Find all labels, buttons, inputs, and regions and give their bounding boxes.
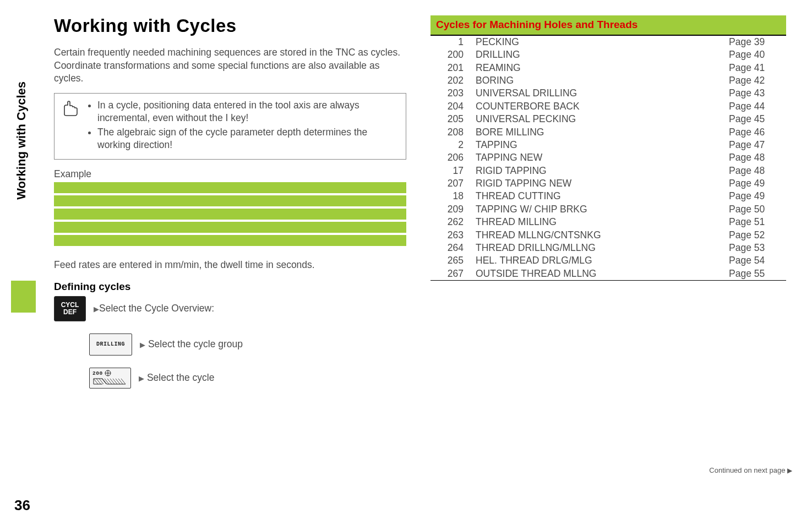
step-text: ▶ Select the cycle [139, 372, 214, 384]
cycle-number: 1 [430, 36, 473, 48]
cycle-name: TAPPING NEW [473, 151, 727, 164]
svg-line-13 [121, 379, 126, 384]
cycle-200-softkey[interactable]: 200 [89, 368, 131, 389]
cycle-name: UNIVERSAL DRILLING [473, 87, 727, 100]
cycle-name: RIGID TAPPING NEW [473, 177, 727, 190]
cycle-name: DRILLING [473, 48, 727, 61]
cycle-row: 200DRILLINGPage 40 [430, 48, 786, 61]
code-row [54, 222, 406, 233]
cycle-page: Page 55 [727, 267, 786, 281]
example-code-block [54, 182, 406, 246]
cycle-name: RIGID TAPPING [473, 165, 727, 177]
cycle-row: 1PECKINGPage 39 [430, 36, 786, 48]
cycle-row: 265HEL. THREAD DRLG/MLGPage 54 [430, 254, 786, 267]
hand-icon [60, 99, 80, 119]
cycle-row: 208BORE MILLINGPage 46 [430, 125, 786, 138]
cycle-row: 209TAPPING W/ CHIP BRKGPage 50 [430, 203, 786, 216]
cycle-row: 207RIGID TAPPING NEWPage 49 [430, 177, 786, 190]
side-tab-label: Working with Cycles [14, 81, 29, 200]
cycle-number: 267 [430, 267, 473, 281]
step-row-group: DRILLING ▶ Select the cycle group [89, 333, 406, 356]
cycle-row: 203UNIVERSAL DRILLINGPage 43 [430, 87, 786, 100]
triangle-icon: ▶ [140, 341, 145, 349]
cycle-row: 263THREAD MLLNG/CNTSNKGPage 52 [430, 228, 786, 241]
note-bullets: In a cycle, positioning data entered in … [88, 99, 399, 154]
cycle-row: 201REAMINGPage 41 [430, 62, 786, 74]
step-overview-label: Select the Cycle Overview: [99, 303, 214, 314]
cycle-number: 264 [430, 242, 473, 254]
svg-line-9 [110, 379, 115, 384]
step-row-overview: CYCL DEF ▶Select the Cycle Overview: [54, 296, 406, 321]
cycle-page: Page 49 [727, 190, 786, 203]
code-row [54, 209, 406, 220]
cycle-number: 206 [430, 151, 473, 164]
page-title: Working with Cycles [54, 15, 406, 36]
step-text: ▶ Select the cycle group [140, 338, 243, 350]
triangle-icon: ▶ [139, 374, 144, 382]
cycle-page: Page 46 [727, 125, 786, 138]
cycle-row: 262THREAD MILLINGPage 51 [430, 216, 786, 228]
cycle-row: 17RIGID TAPPINGPage 48 [430, 165, 786, 177]
cycle-page: Page 45 [727, 113, 786, 125]
intro-text: Certain frequently needed machining sequ… [54, 46, 406, 85]
active-section-marker [11, 281, 36, 313]
cycle-page: Page 39 [727, 36, 786, 48]
cycle-row: 205UNIVERSAL PECKINGPage 45 [430, 113, 786, 125]
triangle-icon: ▶ [94, 305, 99, 313]
cycle-number: 205 [430, 113, 473, 125]
step-group-label: Select the cycle group [148, 338, 243, 349]
section-banner: Cycles for Machining Holes and Threads [430, 15, 786, 36]
svg-line-3 [94, 379, 98, 384]
cycle-number: 2 [430, 139, 473, 151]
cycle-page: Page 43 [727, 87, 786, 100]
example-label: Example [54, 168, 406, 180]
cycle-name: TAPPING W/ CHIP BRKG [473, 203, 727, 216]
cycle-name: PECKING [473, 36, 727, 48]
cycle-page: Page 47 [727, 139, 786, 151]
cycle-number: 18 [430, 190, 473, 203]
cycle-name: THREAD MLLNG/CNTSNKG [473, 228, 727, 241]
cycle-row: 204COUNTERBORE BACKPage 44 [430, 100, 786, 113]
cycle-number: 17 [430, 165, 473, 177]
cycle-page: Page 42 [727, 74, 786, 87]
triangle-icon: ▶ [787, 467, 792, 474]
cycle-row: 202BORINGPage 42 [430, 74, 786, 87]
page-number: 36 [14, 497, 30, 514]
svg-line-10 [113, 379, 117, 384]
cycl-def-key[interactable]: CYCL DEF [54, 296, 86, 321]
cycle-number: 200 [430, 48, 473, 61]
cycle-page: Page 53 [727, 242, 786, 254]
continued-label: Continued on next page [709, 466, 785, 474]
cycle-row: 206TAPPING NEWPage 48 [430, 151, 786, 164]
cycle-name: THREAD CUTTING [473, 190, 727, 203]
cycle-page: Page 52 [727, 228, 786, 241]
cycle-number: 203 [430, 87, 473, 100]
cycle-row: 267OUTSIDE THREAD MLLNGPage 55 [430, 267, 786, 281]
cycle-number: 262 [430, 216, 473, 228]
step-cycle-label: Select the cycle [147, 372, 215, 383]
cycle-row: 18THREAD CUTTINGPage 49 [430, 190, 786, 203]
note-bullet: In a cycle, positioning data entered in … [97, 99, 399, 124]
code-row [54, 195, 406, 206]
drilling-softkey[interactable]: DRILLING [89, 333, 132, 356]
cycle-page: Page 51 [727, 216, 786, 228]
code-row [54, 235, 406, 246]
cycle-table: 1PECKINGPage 39200DRILLINGPage 40201REAM… [430, 36, 786, 281]
note-box: In a cycle, positioning data entered in … [54, 93, 406, 160]
cycle-name: THREAD DRILLNG/MLLNG [473, 242, 727, 254]
defining-cycles-heading: Defining cycles [54, 281, 406, 293]
svg-line-12 [118, 379, 123, 384]
cycle-page: Page 40 [727, 48, 786, 61]
cycle-name: THREAD MILLING [473, 216, 727, 228]
cycle-number: 263 [430, 228, 473, 241]
step-row-cycle: 200 ▶ Sele [89, 368, 406, 389]
cycle-name: BORE MILLING [473, 125, 727, 138]
cycle-page: Page 54 [727, 254, 786, 267]
cycle-page: Page 44 [727, 100, 786, 113]
cycle-name: UNIVERSAL PECKING [473, 113, 727, 125]
cycle-name: COUNTERBORE BACK [473, 100, 727, 113]
continued-note: Continued on next page ▶ [709, 466, 792, 474]
cycle-row: 2TAPPINGPage 47 [430, 139, 786, 151]
svg-line-4 [96, 379, 101, 384]
cycle-name: REAMING [473, 62, 727, 74]
